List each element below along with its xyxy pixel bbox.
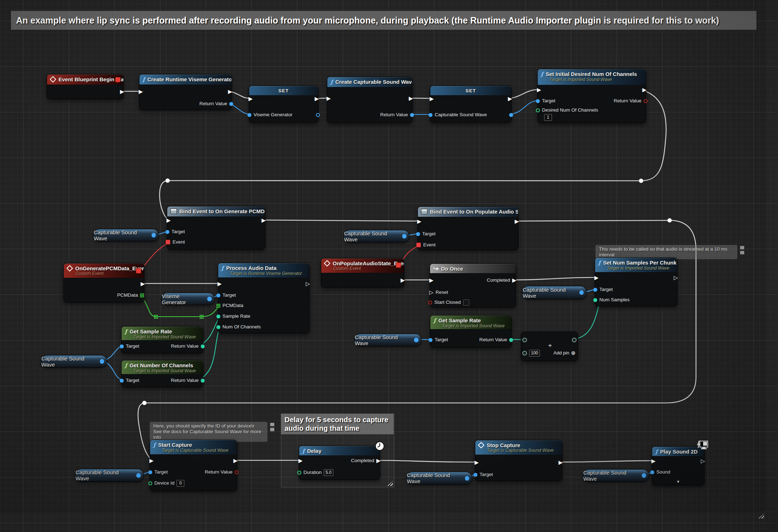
return-value-pin[interactable] xyxy=(235,470,239,474)
target-pin[interactable] xyxy=(120,344,124,348)
exec-out-pin[interactable]: ▶ xyxy=(233,457,237,465)
exec-in-pin[interactable]: ▶ xyxy=(537,86,541,94)
target-pin[interactable] xyxy=(120,379,124,383)
target-pin[interactable] xyxy=(536,99,540,103)
return-value-pin[interactable] xyxy=(201,379,205,383)
node-onpopulateaudiostate-event[interactable]: OnPopulateAudioState_Event Custom Event … xyxy=(321,258,404,287)
exec-in-pin[interactable]: ▶ xyxy=(149,457,154,465)
node-stop-capture[interactable]: Stop Capture Target is Capturable Sound … xyxy=(475,440,562,481)
node-create-runtime-viseme-generator[interactable]: ƒCreate Runtime Viseme Generator ▶ ▶ Ret… xyxy=(139,74,232,110)
return-value-pin[interactable] xyxy=(509,338,513,342)
exec-in-pin[interactable]: ▶ xyxy=(430,95,434,103)
exec-in-pin[interactable]: ▶ xyxy=(139,88,143,96)
viseme-generator-out-pin[interactable] xyxy=(316,113,320,117)
divide-input-a-pin[interactable] xyxy=(522,338,527,342)
node-do-once[interactable]: ¹➔Do Once ▶ Completed▶ ▷Reset Start Clos… xyxy=(430,264,516,307)
return-value-pin[interactable] xyxy=(229,102,233,106)
object-out-pin[interactable] xyxy=(642,473,646,478)
comment-banner[interactable]: An example where lip sync is performed a… xyxy=(11,11,757,30)
pill-capturable-sound-wave[interactable]: Capturable Sound Wave xyxy=(522,286,587,299)
array-pin[interactable] xyxy=(140,293,144,297)
delegate-pin[interactable] xyxy=(396,262,401,268)
num-of-channels-pin[interactable] xyxy=(216,325,220,329)
node-ongeneratepcmdata-event[interactable]: OnGeneratePCMData_Event Custom Event ▶ P… xyxy=(63,263,144,302)
node-set-num-samples-per-chunk[interactable]: ƒSet Num Samples Per Chunk Target is Imp… xyxy=(595,257,677,306)
target-pin[interactable] xyxy=(474,473,477,477)
return-value-pin[interactable] xyxy=(410,113,414,117)
node-process-audio-data[interactable]: ƒProcess Audio Data Target is Runtime Vi… xyxy=(218,263,309,333)
pill-capturable-sound-wave[interactable]: Capturable Sound Wave xyxy=(41,355,107,368)
start-closed-pin[interactable] xyxy=(428,301,432,305)
bubble-icon[interactable] xyxy=(270,428,275,431)
node-divide[interactable]: ÷ 100 Add pin⊕ xyxy=(521,332,578,361)
target-pin[interactable] xyxy=(429,338,432,342)
delegate-pin[interactable] xyxy=(115,77,121,82)
pill-capturable-sound-wave[interactable]: Capturable Sound Wave xyxy=(75,469,144,482)
exec-in-pin[interactable]: ▶ xyxy=(298,457,303,465)
duration-pin[interactable] xyxy=(297,471,301,475)
pill-capturable-sound-wave[interactable]: Capturable Sound Wave xyxy=(344,230,409,242)
exec-in-pin[interactable]: ▶ xyxy=(594,274,599,282)
object-out-pin[interactable] xyxy=(414,338,419,342)
exec-out-pin[interactable]: ▷ xyxy=(701,457,705,465)
exec-out-pin[interactable]: ▶ xyxy=(508,95,512,103)
pin-icon[interactable] xyxy=(270,423,275,426)
exec-in-pin[interactable]: ▶ xyxy=(249,95,253,103)
node-bind-event-on-generate-pcmdata[interactable]: Bind Event to On Generate PCMData ▶ ▶ Ta… xyxy=(167,206,265,250)
pill-capturable-sound-wave[interactable]: Capturable Sound Wave xyxy=(93,229,159,241)
pill-viseme-generator[interactable]: Viseme Generator xyxy=(162,293,215,305)
exec-in-pin[interactable]: ▶ xyxy=(475,459,479,466)
sound-pin[interactable] xyxy=(650,470,654,474)
exec-out-pin[interactable]: ▶ xyxy=(409,94,413,102)
device-id-input[interactable]: 0 xyxy=(176,480,184,487)
desired-num-of-channels-pin[interactable] xyxy=(536,108,540,112)
chevron-down-icon[interactable]: ▾ xyxy=(677,479,680,484)
capturable-sound-wave-in-pin[interactable] xyxy=(429,113,432,117)
exec-in-pin[interactable]: ▶ xyxy=(217,280,222,288)
target-pin[interactable] xyxy=(165,230,169,234)
device-id-pin[interactable] xyxy=(148,481,152,485)
exec-in-pin[interactable]: ▶ xyxy=(167,216,171,224)
node-delay[interactable]: ƒDelay ▶ Completed▶ Duration5.0 xyxy=(299,446,380,480)
exec-out-pin[interactable]: ▷ xyxy=(306,280,310,288)
duration-input[interactable]: 5.0 xyxy=(324,469,333,476)
exec-out-pin[interactable]: ▶ xyxy=(558,459,563,466)
viseme-generator-in-pin[interactable] xyxy=(247,113,251,117)
target-pin[interactable] xyxy=(593,288,597,292)
object-out-pin[interactable] xyxy=(100,359,104,364)
bubble-icon[interactable] xyxy=(740,251,744,255)
array-pin[interactable] xyxy=(216,304,220,308)
divide-input-b-pin[interactable] xyxy=(522,351,527,355)
reset-exec-pin[interactable]: ▷ xyxy=(429,288,434,296)
node-play-sound-2d[interactable]: ƒPlay Sound 2D ▶ ▷ Sound ▾ xyxy=(652,446,705,485)
event-delegate-pin[interactable] xyxy=(416,242,421,247)
node-set-capturable-sound-wave[interactable]: SET ▶ ▶ Capturable Sound Wave xyxy=(430,86,512,123)
start-closed-checkbox[interactable] xyxy=(463,300,469,306)
target-pin[interactable] xyxy=(416,232,420,236)
delegate-pin[interactable] xyxy=(136,268,141,273)
exec-out-pin[interactable]: ▶ xyxy=(642,86,646,94)
exec-in-pin[interactable]: ▶ xyxy=(327,94,331,102)
exec-out-pin[interactable]: ▶ xyxy=(261,216,266,224)
comment-stream-interval[interactable]: This needs to be called so that audio is… xyxy=(595,245,737,259)
object-out-pin[interactable] xyxy=(579,290,584,295)
add-pin-icon[interactable]: ⊕ xyxy=(571,349,575,357)
exec-out-pin[interactable]: ▶ xyxy=(314,95,319,103)
exec-out-pin[interactable]: ▶ xyxy=(400,276,405,284)
exec-out-pin[interactable]: ▶ xyxy=(140,280,145,288)
object-out-pin[interactable] xyxy=(402,234,406,239)
comment-delay-header[interactable]: Delay for 5 seconds to capture audio dur… xyxy=(281,414,394,434)
exec-out-pin[interactable]: ▶ xyxy=(515,218,519,225)
target-pin[interactable] xyxy=(216,293,220,297)
exec-out-pin[interactable]: ▶ xyxy=(120,88,124,96)
num-samples-pin[interactable] xyxy=(593,298,597,302)
pill-capturable-sound-wave[interactable]: Capturable Sound Wave xyxy=(406,472,472,485)
pin-icon[interactable] xyxy=(740,246,744,250)
return-value-pin[interactable] xyxy=(644,99,648,103)
pill-capturable-sound-wave[interactable]: Capturable Sound Wave xyxy=(354,334,421,346)
divide-value-input[interactable]: 100 xyxy=(529,350,540,357)
object-out-pin[interactable] xyxy=(465,476,469,481)
node-set-initial-desired-num-of-channels[interactable]: ƒSet Initial Desired Num Of Channels Tar… xyxy=(537,69,646,123)
capturable-sound-wave-out-pin[interactable] xyxy=(509,113,513,117)
sample-rate-pin[interactable] xyxy=(216,314,220,318)
